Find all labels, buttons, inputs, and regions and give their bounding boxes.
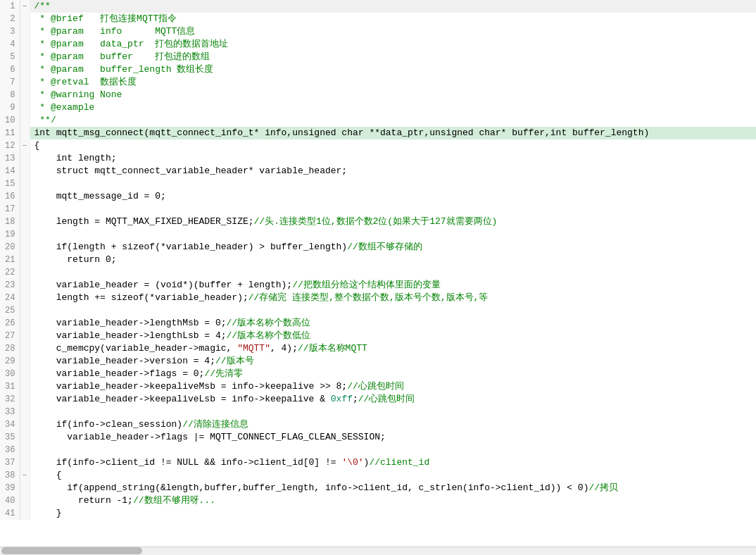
table-row: 14 struct mqtt_connect_variable_header* … — [0, 165, 756, 177]
line-number: 38 — [0, 469, 20, 482]
table-row: 27 variable_header->lengthLsb = 4;//版本名称… — [0, 330, 756, 342]
code-token: * @brief 打包连接MQTT指令 — [34, 13, 177, 24]
line-number: 23 — [0, 279, 20, 292]
code-line: if(info->client_id != NULL && info->clie… — [30, 456, 756, 469]
code-line — [30, 203, 756, 216]
fold-indicator[interactable]: − — [20, 139, 30, 152]
line-number: 40 — [0, 494, 20, 507]
code-token: length += sizeof(*variable_header); — [34, 292, 248, 303]
code-line — [30, 228, 756, 241]
code-token: //把数组分给这个结构体里面的变量 — [292, 280, 441, 290]
code-token: , 4); — [270, 343, 298, 354]
code-token: "MQTT" — [237, 343, 270, 354]
code-token: if(info->clean_session) — [34, 419, 183, 430]
scrollbar-thumb[interactable] — [1, 547, 142, 554]
code-line: * @retval 数据长度 — [30, 76, 756, 89]
fold-indicator — [20, 494, 30, 507]
table-row: 28 c_memcpy(variable_header->magic, "MQT… — [0, 342, 756, 355]
line-number: 30 — [0, 368, 20, 380]
table-row: 13 int length; — [0, 152, 756, 165]
table-row: 5 * @param buffer 打包进的数组 — [0, 51, 756, 63]
code-token: variable_header->keepaliveMsb = info->ke… — [34, 381, 348, 392]
code-token: if(append_string(&length,buffer,buffer_l… — [34, 482, 589, 493]
table-row: 41 } — [0, 507, 756, 520]
code-token: //清除连接信息 — [182, 419, 248, 430]
code-line: variable_header->version = 4;//版本号 — [30, 355, 756, 368]
table-row: 10 **/ — [0, 114, 756, 127]
line-number: 2 — [0, 13, 20, 25]
line-number: 24 — [0, 292, 20, 304]
code-editor[interactable]: 1−/**2 * @brief 打包连接MQTT指令3 * @param inf… — [0, 0, 756, 555]
table-row: 19 — [0, 228, 756, 241]
code-table: 1−/**2 * @brief 打包连接MQTT指令3 * @param inf… — [0, 0, 756, 520]
fold-indicator — [20, 380, 30, 393]
code-line: variable_header->flags |= MQTT_CONNECT_F… — [30, 431, 756, 444]
code-line: * @brief 打包连接MQTT指令 — [30, 13, 756, 25]
code-line: } — [30, 507, 756, 520]
fold-indicator — [20, 76, 30, 89]
code-token: c_memcpy(variable_header->magic, — [34, 343, 238, 354]
fold-indicator — [20, 444, 30, 456]
fold-indicator — [20, 190, 30, 203]
code-token: { — [34, 140, 40, 151]
code-token: 0xff — [331, 394, 353, 404]
fold-indicator[interactable]: − — [20, 469, 30, 482]
code-line: * @param buffer_length 数组长度 — [30, 63, 756, 76]
code-token: variable_header->keepaliveLsb = info->ke… — [34, 394, 331, 404]
line-number: 13 — [0, 152, 20, 165]
table-row: 6 * @param buffer_length 数组长度 — [0, 63, 756, 76]
horizontal-scrollbar[interactable] — [0, 547, 756, 555]
code-token: //心跳包时间 — [358, 394, 415, 404]
fold-indicator — [20, 63, 30, 76]
table-row: 36 — [0, 444, 756, 456]
code-line — [30, 266, 756, 279]
code-token: * @warning None — [34, 89, 122, 100]
code-token: //数组不够存储的 — [347, 242, 422, 252]
table-row: 12−{ — [0, 139, 756, 152]
code-token: { — [34, 470, 62, 480]
code-line: { — [30, 469, 756, 482]
table-row: 18 length = MQTT_MAX_FIXED_HEADER_SIZE;/… — [0, 216, 756, 228]
code-line: length = MQTT_MAX_FIXED_HEADER_SIZE;//头.… — [30, 216, 756, 228]
code-line: variable_header->flags = 0;//先清零 — [30, 368, 756, 380]
table-row: 37 if(info->client_id != NULL && info->c… — [0, 456, 756, 469]
fold-indicator — [20, 254, 30, 266]
fold-indicator — [20, 279, 30, 292]
code-token: struct mqtt_connect_variable_header* var… — [34, 166, 348, 176]
code-line: if(append_string(&length,buffer,buffer_l… — [30, 482, 756, 494]
code-token: **/ — [34, 115, 56, 125]
line-number: 39 — [0, 482, 20, 494]
line-number: 34 — [0, 418, 20, 431]
fold-indicator — [20, 216, 30, 228]
line-number: 7 — [0, 76, 20, 89]
table-row: 29 variable_header->version = 4;//版本号 — [0, 355, 756, 368]
code-token: mqtt_message_id = 0; — [34, 191, 166, 201]
fold-indicator — [20, 418, 30, 431]
table-row: 26 variable_header->lengthMsb = 0;//版本名称… — [0, 317, 756, 330]
code-line: variable_header->lengthLsb = 4;//版本名称个数低… — [30, 330, 756, 342]
code-token: * @param buffer_length 数组长度 — [34, 64, 214, 75]
fold-indicator — [20, 114, 30, 127]
line-number: 20 — [0, 241, 20, 254]
code-line: int mqtt_msg_connect(mqtt_connect_info_t… — [30, 127, 756, 139]
code-token: int mqtt_msg_connect(mqtt_connect_info_t… — [34, 127, 650, 138]
code-token: ; — [353, 394, 358, 404]
table-row: 16 mqtt_message_id = 0; — [0, 190, 756, 203]
code-line: variable_header = (void*)(buffer + lengt… — [30, 279, 756, 292]
fold-indicator — [20, 152, 30, 165]
table-row: 30 variable_header->flags = 0;//先清零 — [0, 368, 756, 380]
table-row: 20 if(length + sizeof(*variable_header) … — [0, 241, 756, 254]
fold-indicator — [20, 431, 30, 444]
fold-indicator — [20, 203, 30, 216]
code-line: { — [30, 139, 756, 152]
code-line — [30, 444, 756, 456]
code-token: //头.连接类型1位,数据个数2位(如果大于127就需要两位) — [254, 216, 498, 227]
table-row: 1−/** — [0, 0, 756, 13]
table-row: 21 return 0; — [0, 254, 756, 266]
code-token: * @retval 数据长度 — [34, 77, 137, 87]
code-line: return 0; — [30, 254, 756, 266]
code-line: * @param info MQTT信息 — [30, 25, 756, 38]
fold-indicator[interactable]: − — [20, 0, 30, 13]
table-row: 31 variable_header->keepaliveMsb = info-… — [0, 380, 756, 393]
line-number: 31 — [0, 380, 20, 393]
